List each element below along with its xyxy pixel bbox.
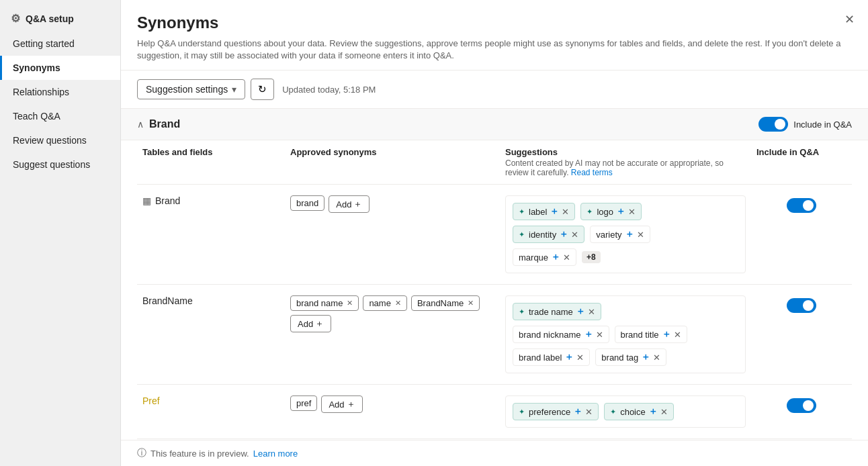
table-row: BrandName brand name ✕ name ✕ BrandName … [137,285,852,385]
remove-trade-name-button[interactable]: ✕ [588,307,595,317]
remove-variety-button[interactable]: ✕ [637,230,644,240]
brandname-include-toggle[interactable] [787,298,816,313]
brandname-suggestions-row-3: brand label ＋ ✕ brand tag ＋ ✕ [513,348,738,366]
brandname-approved-synonyms: brand name ✕ name ✕ BrandName ✕ Add ＋ [285,295,500,332]
sidebar-item-getting-started[interactable]: Getting started [0,32,120,56]
remove-preference-button[interactable]: ✕ [585,407,593,417]
remove-choice-button[interactable]: ✕ [660,407,668,417]
add-trade-name-button[interactable]: ＋ [576,306,585,318]
pref-suggestions-box: ✦ preference ＋ ✕ ✦ choice ＋ ✕ [505,395,746,428]
app-title: Q&A setup [26,13,74,24]
add-brand-nickname-button[interactable]: ＋ [584,328,593,340]
add-brand-tag-button[interactable]: ＋ [641,351,650,363]
brand-suggestions: ✦ label ＋ ✕ ✦ logo ＋ ✕ [500,195,751,273]
suggestion-identity: ✦ identity ＋ ✕ [513,226,584,243]
footer: ⓘ This feature is in preview. Learn more [121,440,868,466]
sidebar-item-relationships[interactable]: Relationships [0,80,120,104]
suggestion-settings-label: Suggestion settings [146,84,228,95]
add-preference-button[interactable]: ＋ [573,406,582,418]
page-description: Help Q&A understand questions about your… [137,38,842,62]
section-include-label: Include in Q&A [793,120,852,130]
brand-suggestions-row-1: ✦ label ＋ ✕ ✦ logo ＋ ✕ [513,203,738,220]
suggestion-brand-title: brand title ＋ ✕ [615,326,687,343]
ai-icon: ✦ [519,308,525,316]
suggestion-brand-nickname: brand nickname ＋ ✕ [513,326,609,343]
synonym-tag-brand: brand [290,195,324,211]
suggestion-choice: ✦ choice ＋ ✕ [604,403,674,420]
remove-brand-label-button[interactable]: ✕ [576,353,584,363]
refresh-button[interactable]: ↻ [251,79,274,100]
add-variety-button[interactable]: ＋ [625,228,634,240]
add-choice-button[interactable]: ＋ [648,406,658,418]
col-suggestions: Suggestions Content created by AI may no… [500,147,751,177]
ai-icon: ✦ [610,408,616,416]
add-marque-button[interactable]: ＋ [551,251,560,263]
brandname-suggestions-row-2: brand nickname ＋ ✕ brand title ＋ ✕ [513,326,738,343]
content-area: ∧ Brand Include in Q&A Tables and fields… [121,109,868,440]
table-row: ▦ Brand brand Add ＋ [137,185,852,285]
suggestion-trade-name: ✦ trade name ＋ ✕ [513,303,601,320]
remove-name-tag[interactable]: ✕ [395,299,401,308]
suggestion-brand-label: brand label ＋ ✕ [513,348,590,366]
section-title: Brand [149,118,180,130]
remove-brand-title-button[interactable]: ✕ [674,330,681,340]
section-title-group: ∧ Brand [137,118,180,130]
pref-approved-synonyms: pref Add ＋ [285,395,500,413]
add-identity-button[interactable]: ＋ [559,228,568,240]
suggestion-settings-button[interactable]: Suggestion settings ▾ [137,79,245,99]
brand-suggestions-row-2: ✦ identity ＋ ✕ variety ＋ ✕ [513,226,738,243]
remove-identity-button[interactable]: ✕ [571,230,578,240]
ai-icon: ✦ [519,230,525,239]
more-suggestions-badge[interactable]: +8 [582,251,601,263]
add-label-button[interactable]: ＋ [550,205,559,218]
pref-suggestions: ✦ preference ＋ ✕ ✦ choice ＋ ✕ [500,395,751,428]
info-icon: ⓘ [137,447,146,459]
toolbar: Suggestion settings ▾ ↻ Updated today, 5… [121,71,868,109]
brand-include-toggle[interactable] [787,198,816,213]
brandname-add-synonym-button[interactable]: Add ＋ [290,315,331,332]
suggestion-variety: variety ＋ ✕ [590,226,650,243]
ai-icon: ✦ [519,408,525,416]
add-logo-button[interactable]: ＋ [616,205,625,218]
close-button[interactable]: ✕ [842,11,857,28]
remove-marque-button[interactable]: ✕ [563,252,570,263]
section-include-toggle[interactable] [758,117,788,132]
sidebar-item-suggest-questions[interactable]: Suggest questions [0,152,120,177]
col-tables-fields: Tables and fields [137,147,285,177]
add-brand-title-button[interactable]: ＋ [662,328,671,340]
sidebar-item-review-questions[interactable]: Review questions [0,128,120,152]
main-panel: ✕ Synonyms Help Q&A understand questions… [121,0,868,466]
pref-include-toggle[interactable] [787,398,816,413]
brandname-suggestions: ✦ trade name ＋ ✕ brand nickname ＋ ✕ [500,295,751,373]
brandname-suggestions-row-1: ✦ trade name ＋ ✕ [513,303,738,320]
remove-brand-name-tag[interactable]: ✕ [347,299,353,308]
synonym-tag-name: name ✕ [363,295,407,311]
page-title: Synonyms [137,13,852,32]
ai-icon: ✦ [587,207,593,216]
synonym-tag-brandname: BrandName ✕ [411,295,480,311]
suggestion-label: ✦ label ＋ ✕ [513,203,575,220]
remove-logo-button[interactable]: ✕ [628,207,636,217]
pref-add-synonym-button[interactable]: Add ＋ [321,395,362,413]
brand-add-synonym-button[interactable]: Add ＋ [329,195,370,213]
main-header: Synonyms Help Q&A understand questions a… [121,0,868,71]
brand-section-header: ∧ Brand Include in Q&A [121,109,868,140]
remove-label-button[interactable]: ✕ [562,207,569,217]
add-brand-label-button[interactable]: ＋ [564,351,574,363]
remove-brand-nickname-button[interactable]: ✕ [596,330,603,340]
pref-field-name: Pref [137,395,285,406]
brand-approved-synonyms: brand Add ＋ [285,195,500,213]
sidebar-item-teach-qa[interactable]: Teach Q&A [0,104,120,128]
brand-suggestions-row-3: marque ＋ ✕ +8 [513,248,738,266]
remove-brand-tag-button[interactable]: ✕ [653,353,660,363]
remove-brandname-tag[interactable]: ✕ [468,299,474,308]
section-toggle-group: Include in Q&A [758,117,852,132]
read-terms-link[interactable]: Read terms [571,168,613,177]
sidebar-header: ⚙ Q&A setup [0,5,120,32]
chevron-down-icon: ▾ [232,84,236,95]
sidebar-item-synonyms[interactable]: Synonyms [0,56,120,80]
refresh-icon: ↻ [258,83,267,95]
ai-icon: ✦ [519,207,525,216]
collapse-chevron-icon[interactable]: ∧ [137,119,144,130]
learn-more-link[interactable]: Learn more [253,449,298,459]
